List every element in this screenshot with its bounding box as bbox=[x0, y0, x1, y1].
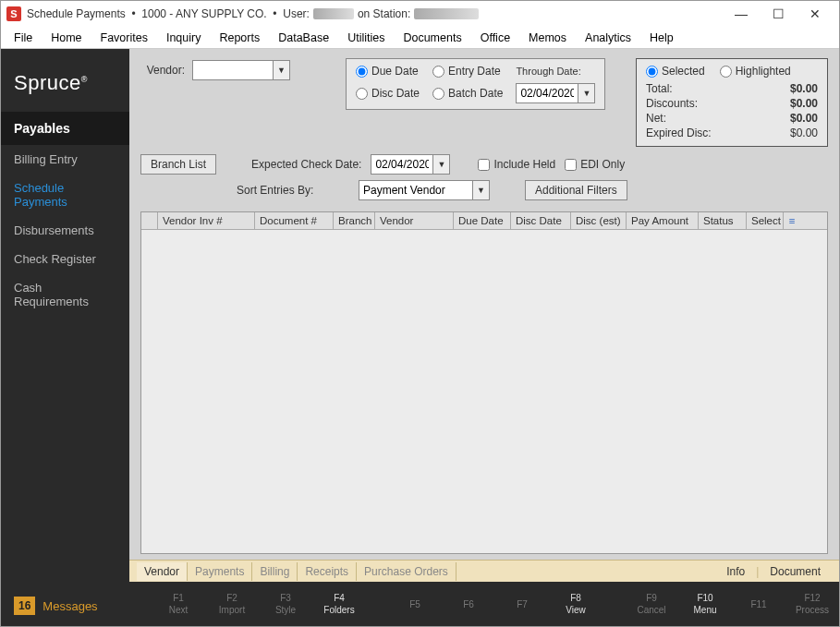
radio-selected[interactable]: Selected bbox=[646, 65, 705, 78]
through-date-label: Through Date: bbox=[516, 66, 595, 77]
col-branch[interactable]: Branch bbox=[334, 212, 375, 229]
col-status[interactable]: Status bbox=[699, 212, 747, 229]
fkey-f8[interactable]: F8View bbox=[549, 592, 603, 616]
chevron-down-icon[interactable]: ▼ bbox=[432, 155, 449, 174]
fkey-f10[interactable]: F10Menu bbox=[678, 592, 732, 616]
minimize-button[interactable]: — bbox=[723, 3, 760, 25]
fkey-f11[interactable]: F11 bbox=[732, 598, 785, 610]
menu-file[interactable]: File bbox=[5, 29, 42, 47]
document-link[interactable]: Document bbox=[759, 565, 832, 578]
tab-payments[interactable]: Payments bbox=[188, 562, 252, 581]
tab-purchase-orders[interactable]: Purchase Orders bbox=[357, 562, 457, 581]
messages-link[interactable]: 16 Messages bbox=[1, 589, 129, 626]
sort-input[interactable] bbox=[359, 181, 472, 199]
col-vendor-inv-[interactable]: Vendor Inv # bbox=[158, 212, 255, 229]
menu-documents[interactable]: Documents bbox=[394, 29, 470, 47]
nav-billing-entry[interactable]: Billing Entry bbox=[1, 145, 129, 174]
additional-filters-button[interactable]: Additional Filters bbox=[525, 180, 627, 200]
nav-disbursements[interactable]: Disbursements bbox=[1, 216, 129, 245]
col-rowhead[interactable] bbox=[141, 212, 158, 229]
fkey-f5[interactable]: F5 bbox=[388, 598, 442, 610]
menu-utilities[interactable]: Utilities bbox=[338, 29, 394, 47]
title-app: Schedule Payments bbox=[27, 7, 126, 20]
vendor-label: Vendor: bbox=[140, 64, 185, 77]
title-company: 1000 - ANY SUPPLY CO. bbox=[141, 7, 266, 20]
fkey-f7[interactable]: F7 bbox=[495, 598, 549, 610]
tab-vendor[interactable]: Vendor bbox=[137, 562, 188, 581]
fkey-f3[interactable]: F3Style bbox=[259, 592, 312, 616]
chevron-down-icon[interactable]: ▼ bbox=[578, 84, 594, 102]
col-select[interactable]: Select bbox=[747, 212, 784, 229]
menu-analytics[interactable]: Analytics bbox=[576, 29, 640, 47]
data-grid: Vendor Inv #Document #BranchVendorDue Da… bbox=[140, 211, 828, 554]
radio-batch-date[interactable]: Batch Date bbox=[432, 87, 503, 100]
summary-row: Expired Disc:$0.00 bbox=[646, 126, 818, 140]
through-date-input[interactable] bbox=[517, 84, 578, 102]
user-redacted bbox=[313, 8, 354, 19]
sidebar: Spruce® Payables Billing EntrySchedule P… bbox=[1, 49, 129, 626]
menu-favorites[interactable]: Favorites bbox=[91, 29, 157, 47]
app-icon: S bbox=[6, 6, 21, 21]
title-user-label: User: bbox=[283, 7, 310, 20]
expected-date-label: Expected Check Date: bbox=[251, 158, 361, 171]
menubar: FileHomeFavoritesInquiryReportsDataBaseU… bbox=[1, 27, 839, 49]
date-type-group: Due Date Entry Date Through Date: Disc D… bbox=[346, 58, 605, 110]
fkey-f2[interactable]: F2Import bbox=[205, 592, 259, 616]
radio-entry-date[interactable]: Entry Date bbox=[432, 65, 503, 78]
maximize-button[interactable]: ☐ bbox=[760, 3, 797, 25]
menu-database[interactable]: DataBase bbox=[269, 29, 338, 47]
messages-label: Messages bbox=[43, 599, 97, 613]
nav-check-register[interactable]: Check Register bbox=[1, 245, 129, 273]
close-button[interactable]: ✕ bbox=[797, 3, 834, 25]
grid-body[interactable] bbox=[141, 230, 827, 553]
expected-date-combo[interactable]: ▼ bbox=[371, 154, 450, 175]
menu-reports[interactable]: Reports bbox=[210, 29, 269, 47]
summary-row: Total:$0.00 bbox=[646, 81, 818, 96]
edi-only-checkbox[interactable]: EDI Only bbox=[565, 158, 625, 171]
tab-receipts[interactable]: Receipts bbox=[298, 562, 357, 581]
col-disc-est-[interactable]: Disc (est) bbox=[571, 212, 627, 229]
fkey-f6[interactable]: F6 bbox=[442, 598, 495, 610]
sort-combo[interactable]: ▼ bbox=[359, 180, 490, 200]
chevron-down-icon[interactable]: ▼ bbox=[273, 61, 289, 79]
bottom-tabs: VendorPaymentsBillingReceiptsPurchase Or… bbox=[129, 560, 839, 582]
summary-row: Net:$0.00 bbox=[646, 111, 818, 126]
summary-row: Discounts:$0.00 bbox=[646, 96, 818, 111]
footer-fkeys: F1NextF2ImportF3StyleF4FoldersF5F6F7F8Vi… bbox=[129, 582, 839, 626]
col-document-[interactable]: Document # bbox=[255, 212, 334, 229]
nav-schedule-payments[interactable]: Schedule Payments bbox=[1, 174, 129, 216]
expected-date-input[interactable] bbox=[371, 155, 432, 174]
fkey-f9[interactable]: F9Cancel bbox=[625, 592, 678, 616]
col-disc-date[interactable]: Disc Date bbox=[511, 212, 571, 229]
col-due-date[interactable]: Due Date bbox=[454, 212, 511, 229]
menu-home[interactable]: Home bbox=[42, 29, 91, 47]
tab-billing[interactable]: Billing bbox=[252, 562, 298, 581]
menu-memos[interactable]: Memos bbox=[519, 29, 576, 47]
grid-menu-icon[interactable]: ≡ bbox=[784, 212, 800, 229]
radio-due-date[interactable]: Due Date bbox=[356, 65, 420, 78]
menu-help[interactable]: Help bbox=[640, 29, 683, 47]
vendor-combo[interactable]: ▼ bbox=[192, 60, 290, 80]
info-link[interactable]: Info bbox=[715, 565, 756, 578]
through-date-combo[interactable]: ▼ bbox=[516, 83, 595, 103]
sidebar-section: Payables bbox=[1, 112, 129, 145]
fkey-f12[interactable]: F12Process bbox=[785, 592, 839, 616]
menu-office[interactable]: Office bbox=[471, 29, 519, 47]
summary-panel: Selected Highlighted Total:$0.00Discount… bbox=[636, 58, 828, 147]
sort-label: Sort Entries By: bbox=[237, 184, 349, 197]
col-pay-amount[interactable]: Pay Amount bbox=[627, 212, 699, 229]
radio-highlighted[interactable]: Highlighted bbox=[720, 65, 791, 78]
fkey-f4[interactable]: F4Folders bbox=[312, 592, 366, 616]
messages-badge: 16 bbox=[14, 597, 35, 615]
titlebar: S Schedule Payments • 1000 - ANY SUPPLY … bbox=[1, 1, 839, 27]
nav-cash-requirements[interactable]: Cash Requirements bbox=[1, 273, 129, 316]
radio-disc-date[interactable]: Disc Date bbox=[356, 87, 420, 100]
col-vendor[interactable]: Vendor bbox=[375, 212, 454, 229]
chevron-down-icon[interactable]: ▼ bbox=[472, 181, 489, 199]
station-redacted bbox=[414, 8, 479, 19]
branch-list-button[interactable]: Branch List bbox=[140, 154, 216, 175]
include-held-checkbox[interactable]: Include Held bbox=[478, 158, 555, 171]
fkey-f1[interactable]: F1Next bbox=[152, 592, 205, 616]
vendor-input[interactable] bbox=[193, 61, 273, 79]
menu-inquiry[interactable]: Inquiry bbox=[157, 29, 211, 47]
